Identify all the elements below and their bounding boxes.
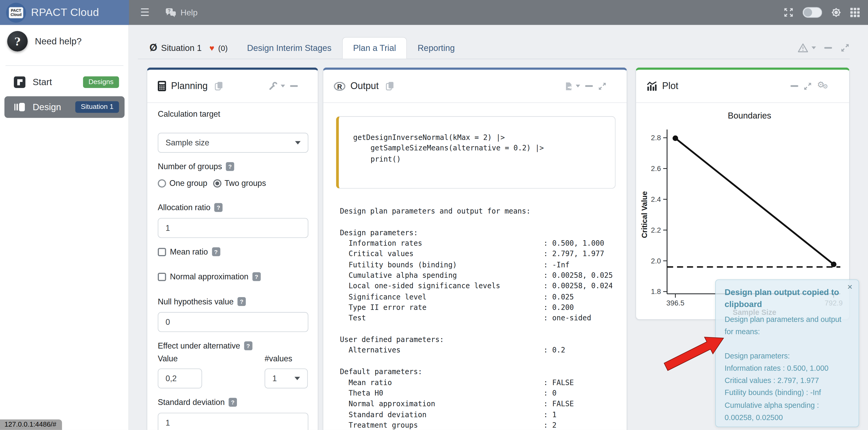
need-help-link[interactable]: ? Need help? — [7, 31, 82, 52]
tab-design-interim-stages[interactable]: Design Interim Stages — [237, 37, 342, 59]
svg-text:2.8: 2.8 — [651, 134, 661, 142]
svg-text:2.2: 2.2 — [651, 226, 661, 234]
gear-icon: ⚙ — [823, 83, 828, 90]
help-button[interactable]: ? Help — [165, 7, 198, 18]
allocation-ratio-input[interactable] — [158, 218, 308, 238]
heart-icon[interactable]: ♥ — [210, 43, 214, 53]
standard-deviation-input[interactable] — [158, 413, 308, 430]
r-code-block[interactable]: getDesignInverseNormal(kMax = 2) |> getS… — [336, 116, 615, 189]
chevron-down-icon — [812, 46, 816, 49]
copy-icon[interactable] — [215, 81, 223, 91]
situation-badge: Situation 1 — [75, 101, 119, 113]
theme-toggle[interactable] — [803, 7, 822, 18]
normal-approximation-label: Normal approximation — [170, 272, 249, 281]
favorite-count: (0) — [218, 43, 227, 52]
minimize-planning-button[interactable] — [290, 86, 298, 87]
chalkboard-question-icon: ? — [7, 31, 28, 52]
chevron-down-icon — [576, 85, 580, 88]
sidebar-item-design[interactable]: Design Situation 1 — [4, 96, 125, 118]
help-badge[interactable]: ? — [238, 297, 246, 306]
app-title: RPACT Cloud — [31, 6, 99, 19]
plot-settings-button[interactable]: ⚙ ⚙ — [817, 81, 829, 91]
calculator-icon — [158, 81, 166, 91]
toggle-knob — [804, 8, 812, 17]
expand-plot-icon[interactable] — [803, 82, 812, 91]
logo-text-2: Cloud — [10, 12, 22, 17]
help-bubble-icon: ? — [165, 7, 177, 18]
tab-reporting[interactable]: Reporting — [407, 37, 465, 59]
designs-badge: Designs — [83, 76, 119, 88]
svg-text:R: R — [337, 83, 342, 90]
effect-under-alternative-label: Effect under alternative ? — [158, 341, 252, 351]
help-badge[interactable]: ? — [212, 247, 220, 256]
nvalues-select[interactable]: 1 — [265, 368, 308, 388]
design-icon — [14, 101, 26, 113]
fullscreen-icon[interactable] — [783, 7, 794, 18]
value-label: Value — [158, 354, 178, 363]
svg-text:Critical Value: Critical Value — [640, 191, 649, 238]
brightness-icon[interactable] — [831, 7, 841, 18]
start-icon — [14, 76, 26, 88]
chevron-down-icon — [281, 85, 285, 88]
help-badge[interactable]: ? — [252, 272, 261, 281]
help-badge[interactable]: ? — [228, 398, 237, 407]
mean-ratio-row: Mean ratio ? — [158, 247, 220, 256]
rpact-logo[interactable]: PACT Cloud — [6, 3, 26, 23]
need-help-label: Need help? — [35, 36, 82, 46]
help-label: Help — [181, 8, 197, 17]
expand-all-icon[interactable] — [840, 43, 850, 53]
planning-panel: Planning Calculation target — [147, 68, 318, 430]
grid-apps-icon[interactable] — [850, 8, 860, 17]
null-hypothesis-input[interactable] — [158, 312, 308, 332]
allocation-ratio-label: Allocation ratio ? — [158, 203, 222, 212]
r-language-icon: R — [334, 82, 346, 91]
minimize-plot-button[interactable] — [790, 86, 798, 87]
effect-value-input[interactable] — [158, 368, 202, 388]
app-viewport: PACT Cloud RPACT Cloud ☰ ? Help — [0, 0, 868, 430]
clipboard-toast: × Design plan output copied to clipboard… — [715, 279, 859, 427]
mean-ratio-checkbox[interactable] — [158, 247, 166, 256]
sidebar-divider — [5, 65, 123, 66]
calculation-target-label: Calculation target — [158, 110, 220, 119]
close-icon[interactable]: × — [847, 283, 852, 292]
tools-dropdown[interactable] — [269, 81, 285, 91]
svg-text:2.0: 2.0 — [651, 257, 661, 265]
output-text: Design plan parameters and output for me… — [340, 206, 612, 430]
number-of-groups-label: Number of groups ? — [158, 162, 234, 171]
situation-tab-label: Situation 1 — [161, 43, 202, 53]
nvalues-label: #values — [265, 354, 292, 363]
sidebar-item-start[interactable]: Start Designs — [4, 71, 125, 93]
sidebar-item-label: Design — [33, 102, 61, 112]
radio-one-group[interactable] — [158, 179, 166, 188]
empty-set-icon: Ø — [149, 42, 157, 54]
svg-text:2.4: 2.4 — [651, 195, 661, 203]
status-link-preview: 127.0.0.1:4486/# — [0, 419, 62, 430]
export-dropdown[interactable] — [565, 82, 580, 91]
normal-approximation-checkbox[interactable] — [158, 272, 166, 281]
sidebar-item-label: Start — [33, 77, 52, 88]
chevron-down-icon — [295, 141, 301, 144]
calculation-target-select[interactable]: Sample size — [158, 133, 308, 153]
minimize-output-button[interactable] — [585, 86, 593, 87]
planning-title: Planning — [171, 80, 208, 91]
wrench-icon — [269, 81, 278, 91]
help-badge[interactable]: ? — [214, 203, 222, 212]
help-badge[interactable]: ? — [226, 162, 234, 171]
radio-two-groups[interactable] — [213, 179, 221, 188]
warning-icon — [798, 43, 808, 53]
groups-radio-group: One group Two groups — [158, 179, 266, 188]
tab-situation[interactable]: Ø Situation 1 ♥ (0) — [147, 42, 237, 54]
warnings-dropdown[interactable] — [798, 43, 816, 53]
chevron-down-icon — [294, 377, 300, 380]
normal-approximation-row: Normal approximation ? — [158, 272, 261, 281]
help-badge[interactable]: ? — [244, 341, 252, 351]
expand-output-icon[interactable] — [598, 82, 607, 91]
brand-section: PACT Cloud RPACT Cloud — [0, 0, 129, 25]
hamburger-icon[interactable]: ☰ — [140, 6, 149, 19]
svg-text:2.6: 2.6 — [651, 164, 661, 173]
toast-title: Design plan output copied to clipboard — [724, 286, 850, 310]
minimize-all-button[interactable] — [825, 47, 832, 48]
copy-icon[interactable] — [386, 81, 394, 91]
tab-plan-a-trial[interactable]: Plan a Trial — [342, 37, 407, 59]
output-title: Output — [350, 80, 378, 91]
